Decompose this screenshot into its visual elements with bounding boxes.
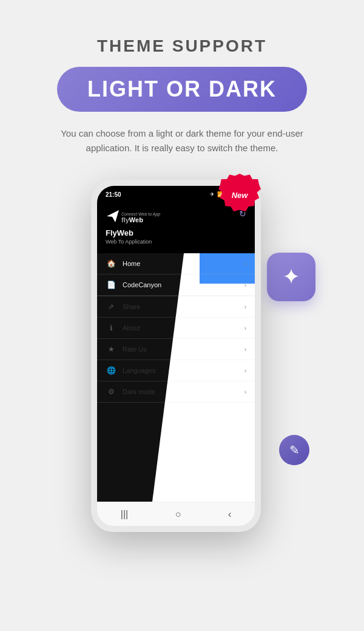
rate-chevron: › (244, 346, 246, 353)
recents-button[interactable]: ‹ (228, 509, 231, 520)
app-logo: Connect Web to App flyWeb (106, 209, 160, 223)
languages-label: Languages (123, 367, 244, 374)
page-title: THEME SUPPORT (97, 36, 267, 56)
bottom-nav: ||| ○ ‹ (97, 502, 255, 526)
codecanyon-chevron: › (244, 282, 246, 288)
new-badge-label: New (232, 191, 248, 200)
menu-item-share[interactable]: ⇗ Share › (97, 296, 255, 318)
darkmode-icon: ⚙ (106, 387, 116, 396)
app-name: FlyWeb (106, 228, 246, 237)
share-label: Share (123, 303, 244, 310)
airplane-icon: ✈ (210, 191, 215, 197)
app-subtitle: Web To Application (106, 239, 246, 245)
edit-icon-decoration: ✎ (279, 435, 309, 465)
rate-icon: ★ (106, 345, 116, 353)
theme-icon-decoration: ✦ (267, 253, 315, 301)
logo-name: flyWeb (121, 216, 160, 223)
home-button[interactable]: ○ (175, 509, 181, 520)
theme-icon-symbol: ✦ (282, 264, 300, 290)
back-button[interactable]: ||| (121, 509, 128, 520)
menu-item-rate[interactable]: ★ Rate Us › (97, 339, 255, 360)
menu-items-list: 🏠 Home › 📄 CodeCanyon › (97, 253, 255, 403)
badge-text: LIGHT OR DARK (87, 77, 277, 101)
menu-item-codecanyon[interactable]: 📄 CodeCanyon › (97, 275, 255, 296)
darkmode-label: Dark mode (123, 388, 244, 395)
app-header: Connect Web to App flyWeb ↻ FlyWeb Web T… (97, 203, 255, 253)
header-top: Connect Web to App flyWeb ↻ (106, 209, 246, 223)
darkmode-chevron: › (244, 389, 246, 395)
screen-content: Connect Web to App flyWeb ↻ FlyWeb Web T… (97, 203, 255, 526)
menu-item-languages[interactable]: 🌐 Languages › (97, 360, 255, 381)
plane-icon (106, 209, 120, 223)
codecanyon-label: CodeCanyon (123, 281, 244, 288)
codecanyon-icon: 📄 (106, 281, 116, 289)
menu-item-darkmode[interactable]: ⚙ Dark mode › (97, 381, 255, 403)
theme-badge: LIGHT OR DARK (57, 67, 307, 112)
languages-icon: 🌐 (106, 366, 116, 375)
phone-showcase: New ✦ ✎ 21:50 ✈ 📶 ▐ 100% (85, 180, 279, 556)
languages-chevron: › (244, 367, 246, 374)
phone-frame: 21:50 ✈ 📶 ▐ 100% (91, 180, 261, 532)
share-chevron: › (244, 304, 246, 310)
edit-icon-symbol: ✎ (289, 443, 300, 457)
home-chevron: › (244, 261, 246, 267)
about-label: About (123, 324, 244, 332)
share-icon: ⇗ (106, 302, 116, 311)
status-time: 21:50 (106, 191, 121, 198)
menu-item-home[interactable]: 🏠 Home › (97, 253, 255, 275)
phone-screen: 21:50 ✈ 📶 ▐ 100% (97, 186, 255, 526)
about-icon: ℹ (106, 324, 116, 332)
home-label: Home (123, 260, 244, 267)
menu-area: 🏠 Home › 📄 CodeCanyon › (97, 253, 255, 502)
rate-label: Rate Us (123, 346, 244, 353)
menu-item-about[interactable]: ℹ About › (97, 318, 255, 339)
home-icon: 🏠 (106, 259, 116, 268)
logo-tagline: Connect Web to App (121, 212, 160, 216)
about-chevron: › (244, 325, 246, 332)
description-text: You can choose from a light or dark them… (42, 126, 322, 155)
logo-text: Connect Web to App flyWeb (121, 212, 160, 223)
